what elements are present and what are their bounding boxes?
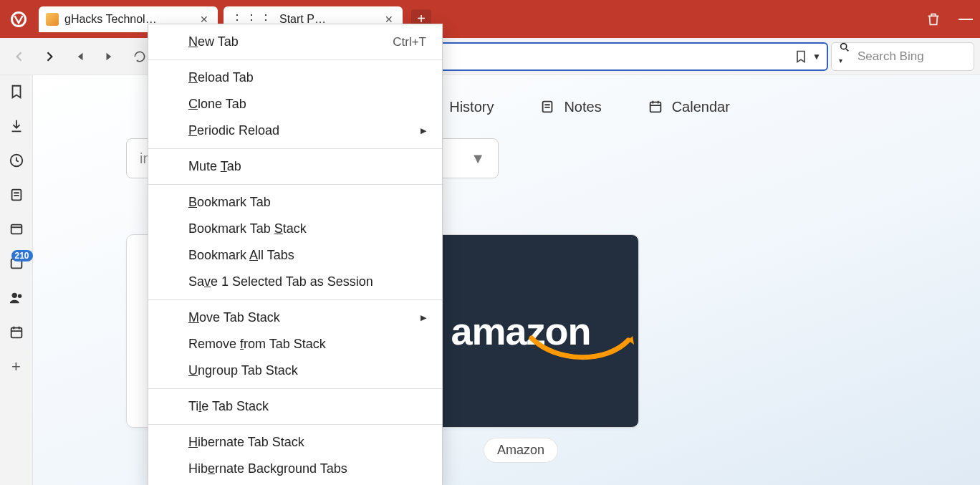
- svg-point-2: [841, 43, 847, 49]
- window-panel-icon[interactable]: [7, 220, 26, 239]
- chevron-down-icon[interactable]: ▼: [471, 150, 485, 167]
- menu-remove-from-stack[interactable]: Remove from Tab Stack: [148, 331, 442, 357]
- nav-label: History: [449, 99, 494, 115]
- vivaldi-icon: [10, 11, 27, 28]
- svg-point-8: [17, 294, 21, 299]
- history-panel-icon[interactable]: [7, 151, 26, 170]
- trash-icon[interactable]: [926, 11, 941, 27]
- side-panel: +: [0, 75, 33, 485]
- search-icon: ▾: [839, 42, 852, 72]
- menu-tile-stack[interactable]: Tile Tab Stack: [148, 393, 442, 420]
- nav-label: Notes: [564, 99, 601, 115]
- tab-context-menu: New Tab Ctrl+T Reload Tab Clone Tab Peri…: [148, 24, 443, 485]
- calendar-panel-icon[interactable]: [7, 323, 26, 342]
- menu-bookmark-stack[interactable]: Bookmark Tab Stack: [148, 216, 442, 242]
- menu-reload-tab[interactable]: Reload Tab: [148, 64, 442, 91]
- menu-new-tab[interactable]: New Tab Ctrl+T: [148, 29, 442, 55]
- svg-rect-6: [11, 259, 21, 269]
- fastforward-button[interactable]: [96, 43, 123, 70]
- menu-hibernate-bg[interactable]: Hibernate Background Tabs: [148, 456, 442, 482]
- downloads-panel-icon[interactable]: [7, 117, 26, 135]
- nav-label: Calendar: [672, 99, 730, 115]
- card-label: Amazon: [484, 438, 558, 463]
- amazon-logo: amazon: [451, 309, 590, 353]
- ghacks-favicon: [46, 13, 59, 26]
- chevron-down-icon[interactable]: ▼: [812, 52, 821, 62]
- feeds-panel-icon[interactable]: [7, 254, 26, 273]
- svg-rect-5: [11, 225, 21, 234]
- svg-point-7: [11, 293, 16, 298]
- search-engine-box[interactable]: ▾ Search Bing: [831, 42, 974, 71]
- search-placeholder: Search Bing: [858, 49, 924, 64]
- menu-periodic-reload[interactable]: Periodic Reload: [148, 117, 442, 144]
- nav-notes[interactable]: Notes: [539, 99, 601, 115]
- window-minimize-button[interactable]: [959, 19, 973, 20]
- menu-hibernate-stack[interactable]: Hibernate Tab Stack: [148, 429, 442, 456]
- menu-mute-tab[interactable]: Mute Tab: [148, 153, 442, 180]
- menu-save-session[interactable]: Save 1 Selected Tab as Session: [148, 269, 442, 295]
- vivaldi-logo[interactable]: [6, 6, 32, 32]
- menu-move-stack[interactable]: Move Tab Stack: [148, 304, 442, 331]
- bookmark-icon[interactable]: [794, 49, 808, 64]
- menu-ungroup-stack[interactable]: Ungroup Tab Stack: [148, 357, 442, 384]
- notes-panel-icon[interactable]: [7, 186, 26, 204]
- bookmarks-panel-icon[interactable]: [7, 82, 26, 101]
- svg-rect-12: [650, 102, 660, 112]
- forward-button[interactable]: [36, 43, 63, 70]
- add-panel-button[interactable]: +: [7, 357, 26, 376]
- menu-clone-tab[interactable]: Clone Tab: [148, 91, 442, 117]
- svg-rect-9: [11, 328, 21, 338]
- back-button[interactable]: [6, 43, 33, 70]
- menu-bookmark-all[interactable]: Bookmark All Tabs: [148, 242, 442, 269]
- menu-bookmark-tab[interactable]: Bookmark Tab: [148, 189, 442, 216]
- shortcut: Ctrl+T: [393, 35, 426, 49]
- nav-calendar[interactable]: Calendar: [648, 99, 730, 115]
- contacts-panel-icon[interactable]: [7, 289, 26, 307]
- rewind-button[interactable]: [66, 43, 93, 70]
